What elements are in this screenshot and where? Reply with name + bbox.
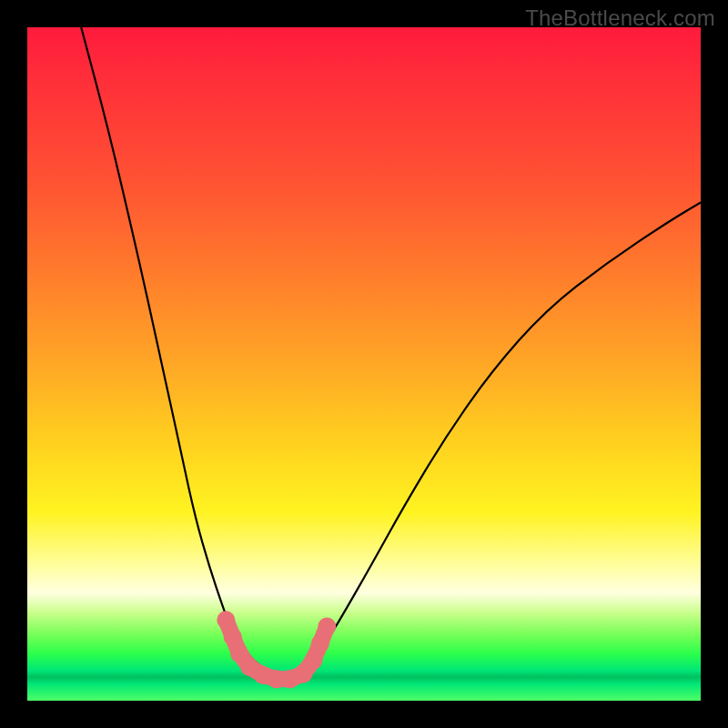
highlight-dot — [217, 611, 235, 629]
plot-area — [27, 27, 701, 701]
curve-layer — [27, 27, 701, 701]
highlight-dot — [224, 628, 242, 646]
highlight-dot — [318, 618, 336, 636]
curve-path — [81, 27, 701, 681]
chart-frame: TheBottleneck.com — [0, 0, 728, 728]
highlight-dot — [305, 652, 323, 670]
bottleneck-curve — [81, 27, 701, 681]
highlight-markers — [217, 611, 336, 688]
highlight-dot — [311, 634, 329, 652]
